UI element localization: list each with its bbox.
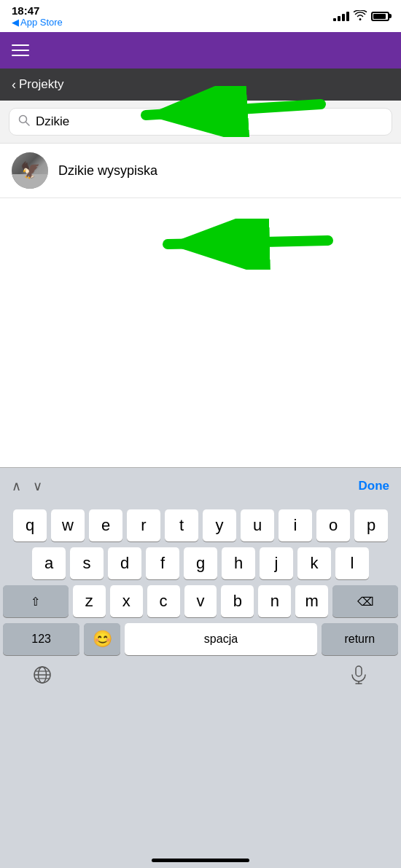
signal-bar-4 — [346, 12, 349, 21]
keyboard-row-1: q w e r t y u i o p — [3, 509, 398, 541]
search-bar — [9, 108, 392, 136]
status-bar: 18:47 ◀ App Store — [0, 0, 401, 32]
wifi-icon — [354, 10, 367, 23]
hamburger-line-2 — [12, 50, 29, 51]
key-b[interactable]: b — [221, 585, 254, 617]
signal-bar-2 — [338, 16, 340, 21]
key-q[interactable]: q — [13, 509, 47, 541]
key-g[interactable]: g — [184, 547, 217, 579]
result-item[interactable]: Dzikie wysypiska — [0, 144, 401, 198]
signal-bar-3 — [342, 14, 345, 21]
key-r[interactable]: r — [127, 509, 160, 541]
key-d[interactable]: d — [108, 547, 141, 579]
annotation-arrow-2 — [117, 219, 350, 270]
key-i[interactable]: i — [279, 509, 312, 541]
nav-back-label: Projekty — [19, 77, 63, 92]
key-mic[interactable] — [337, 661, 381, 693]
keyboard-next-button[interactable]: ∨ — [33, 478, 42, 494]
status-right — [333, 10, 389, 23]
globe-icon — [33, 665, 52, 689]
key-return[interactable]: return — [322, 623, 398, 655]
key-j[interactable]: j — [260, 547, 293, 579]
hamburger-line-3 — [12, 55, 29, 56]
key-n[interactable]: n — [258, 585, 291, 617]
back-arrow-icon: ‹ — [12, 77, 16, 93]
key-l[interactable]: l — [335, 547, 369, 579]
home-indicator — [152, 859, 249, 862]
key-emoji[interactable]: 😊 — [84, 623, 120, 655]
key-k[interactable]: k — [297, 547, 331, 579]
key-shift[interactable]: ⇧ — [3, 585, 69, 617]
status-left: 18:47 ◀ App Store — [12, 4, 63, 28]
shift-icon: ⇧ — [31, 595, 40, 609]
key-m[interactable]: m — [295, 585, 328, 617]
battery-fill — [373, 14, 386, 19]
key-o[interactable]: o — [316, 509, 350, 541]
emoji-icon: 😊 — [93, 630, 112, 649]
return-label: return — [344, 633, 375, 646]
back-chevron-icon: ◀ — [12, 17, 19, 28]
app-store-back[interactable]: ◀ App Store — [12, 17, 63, 28]
key-delete[interactable]: ⌫ — [332, 585, 398, 617]
keyboard-done-button[interactable]: Done — [359, 479, 390, 493]
results-list: Dzikie wysypiska — [0, 144, 401, 198]
nav-bar: ‹ Projekty — [0, 69, 401, 101]
key-numbers[interactable]: 123 — [3, 623, 79, 655]
nav-back-button[interactable]: ‹ Projekty — [12, 77, 63, 93]
key-u[interactable]: u — [241, 509, 274, 541]
key-c[interactable]: c — [147, 585, 180, 617]
numbers-label: 123 — [31, 633, 51, 646]
key-globe[interactable] — [20, 661, 64, 693]
keyboard-toolbar: ∧ ∨ Done — [0, 467, 401, 504]
key-space[interactable]: spacja — [125, 623, 316, 655]
signal-icon — [333, 12, 349, 21]
key-x[interactable]: x — [110, 585, 143, 617]
status-time: 18:47 — [12, 4, 39, 17]
key-s[interactable]: s — [70, 547, 104, 579]
key-y[interactable]: y — [203, 509, 236, 541]
key-f[interactable]: f — [146, 547, 179, 579]
keyboard-nav-arrows: ∧ ∨ — [12, 478, 42, 494]
key-w[interactable]: w — [51, 509, 85, 541]
keyboard-row-4: 123 😊 spacja return — [3, 623, 398, 655]
battery-icon — [371, 12, 389, 21]
key-h[interactable]: h — [222, 547, 255, 579]
space-label: spacja — [204, 633, 238, 646]
search-input[interactable] — [36, 114, 383, 129]
keyboard: q w e r t y u i o p a s d f g h j k l ⇧ … — [0, 504, 401, 868]
hamburger-menu-button[interactable] — [12, 44, 29, 56]
microphone-icon — [350, 665, 367, 689]
search-icon — [18, 114, 30, 129]
svg-line-1 — [26, 122, 30, 126]
key-e[interactable]: e — [89, 509, 122, 541]
svg-rect-9 — [356, 666, 362, 676]
app-header — [0, 32, 401, 69]
key-t[interactable]: t — [165, 509, 198, 541]
hamburger-line-1 — [12, 44, 29, 46]
delete-icon: ⌫ — [357, 595, 374, 609]
key-z[interactable]: z — [73, 585, 106, 617]
keyboard-row-2: a s d f g h j k l — [3, 547, 398, 579]
key-p[interactable]: p — [354, 509, 388, 541]
key-v[interactable]: v — [184, 585, 217, 617]
keyboard-bottom-row — [3, 661, 398, 693]
avatar — [12, 152, 48, 189]
app-store-label: App Store — [20, 17, 63, 28]
avatar-image — [12, 152, 48, 189]
result-name: Dzikie wysypiska — [58, 163, 157, 179]
key-a[interactable]: a — [32, 547, 66, 579]
keyboard-row-3: ⇧ z x c v b n m ⌫ — [3, 585, 398, 617]
search-container — [0, 101, 401, 144]
signal-bar-1 — [333, 18, 336, 21]
keyboard-prev-button[interactable]: ∧ — [12, 478, 21, 494]
